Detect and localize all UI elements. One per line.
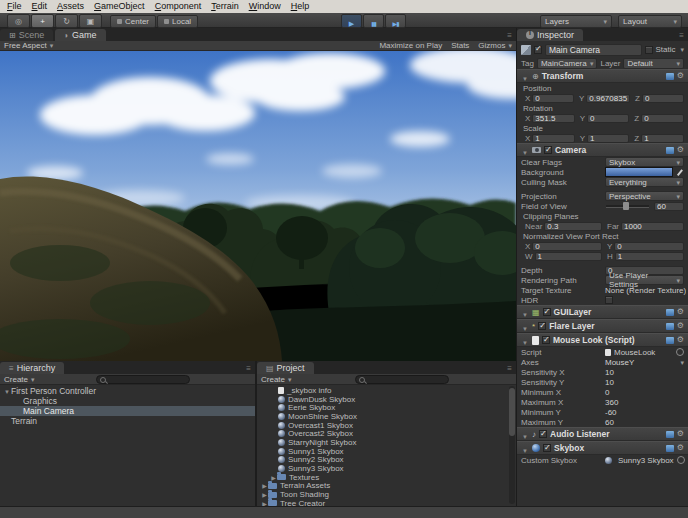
- component-header-guilayer[interactable]: ▦GUILayer⚙: [517, 305, 688, 319]
- property-dropdown[interactable]: Everything: [605, 177, 684, 187]
- property-value[interactable]: 60: [605, 418, 684, 427]
- component-header-flare-layer[interactable]: *Flare Layer⚙: [517, 319, 688, 333]
- component-enabled-checkbox[interactable]: [542, 336, 550, 344]
- tab-inspector[interactable]: Inspector: [517, 29, 583, 41]
- color-swatch[interactable]: [605, 167, 673, 177]
- gameobject-name-field[interactable]: Main Camera: [545, 44, 642, 56]
- help-icon[interactable]: [666, 323, 674, 330]
- gear-icon[interactable]: ⚙: [677, 430, 684, 438]
- tab-hierarchy[interactable]: ≡ Hierarchy: [0, 362, 64, 374]
- help-icon[interactable]: [666, 445, 674, 452]
- axis-field[interactable]: 0: [532, 242, 602, 251]
- gear-icon[interactable]: ⚙: [677, 146, 684, 154]
- component-header-camera[interactable]: Camera⚙: [517, 143, 688, 157]
- project-item-overcast2-skybox[interactable]: Overcast2 Skybox: [257, 429, 516, 438]
- game-viewport[interactable]: [0, 51, 516, 361]
- pivot-center-button[interactable]: Center: [110, 15, 156, 28]
- menu-edit[interactable]: Edit: [27, 0, 53, 13]
- pause-button[interactable]: [363, 14, 384, 28]
- pair-field[interactable]: 0.3: [544, 222, 602, 231]
- component-enabled-checkbox[interactable]: [544, 146, 552, 154]
- scale-tool-button[interactable]: ▣: [79, 14, 102, 28]
- help-icon[interactable]: [666, 147, 674, 154]
- panel-menu-icon[interactable]: ≡: [679, 31, 684, 40]
- property-value[interactable]: 360: [605, 398, 684, 407]
- maximize-on-play-button[interactable]: Maximize on Play: [379, 41, 442, 50]
- panel-menu-icon[interactable]: ≡: [507, 364, 512, 373]
- slider-value-field[interactable]: 60: [654, 202, 684, 211]
- axis-field[interactable]: 0: [614, 242, 684, 251]
- gear-icon[interactable]: ⚙: [677, 322, 684, 330]
- object-field[interactable]: MouseLook: [605, 348, 684, 357]
- project-item-terrain-assets[interactable]: Terrain Assets: [257, 482, 516, 491]
- component-enabled-checkbox[interactable]: [538, 322, 546, 330]
- menu-assets[interactable]: Assets: [52, 0, 89, 13]
- layout-dropdown[interactable]: Layout: [618, 15, 682, 28]
- menu-help[interactable]: Help: [286, 0, 315, 13]
- pair-field[interactable]: 1000: [621, 222, 684, 231]
- tab-game[interactable]: ◗ Game: [55, 29, 105, 41]
- object-field[interactable]: Sunny3 Skybox: [605, 456, 685, 465]
- project-item-overcast1-skybox[interactable]: Overcast1 Skybox: [257, 421, 516, 430]
- object-picker-icon[interactable]: [676, 348, 684, 356]
- project-item-tree-creator[interactable]: Tree Creator: [257, 499, 516, 506]
- hierarchy-search-input[interactable]: [96, 375, 190, 384]
- property-value[interactable]: -60: [605, 408, 684, 417]
- project-item-sunny1-skybox[interactable]: Sunny1 Skybox: [257, 447, 516, 456]
- component-header-transform[interactable]: ⊕Transform⚙: [517, 69, 688, 83]
- foldout-icon[interactable]: [521, 331, 529, 349]
- project-item-moonshine-skybox[interactable]: MoonShine Skybox: [257, 412, 516, 421]
- hierarchy-item-main-camera[interactable]: Main Camera: [0, 406, 255, 416]
- object-field[interactable]: None (Render Texture): [605, 286, 688, 295]
- panel-menu-icon[interactable]: ≡: [246, 364, 251, 373]
- gear-icon[interactable]: ⚙: [677, 444, 684, 452]
- help-icon[interactable]: [666, 337, 674, 344]
- axis-field[interactable]: 0: [642, 94, 684, 103]
- aspect-dropdown[interactable]: Free Aspect: [4, 41, 53, 50]
- axis-field[interactable]: 0: [587, 114, 629, 123]
- foldout-icon[interactable]: [521, 67, 529, 85]
- eyedropper-icon[interactable]: [675, 168, 684, 177]
- project-scrollbar[interactable]: [509, 386, 515, 504]
- stats-button[interactable]: Stats: [451, 41, 469, 50]
- axis-field[interactable]: 0.9670835: [586, 94, 630, 103]
- menu-component[interactable]: Component: [150, 0, 207, 13]
- axis-field[interactable]: 0: [641, 114, 684, 123]
- tab-scene[interactable]: ⊞ Scene: [0, 29, 53, 41]
- tag-dropdown[interactable]: MainCamera: [537, 58, 598, 69]
- project-search-input[interactable]: [355, 375, 449, 384]
- property-value[interactable]: 10: [605, 378, 684, 387]
- component-header-audio-listener[interactable]: ♪Audio Listener⚙: [517, 427, 688, 441]
- menu-file[interactable]: File: [2, 0, 27, 13]
- static-dropdown[interactable]: Static: [645, 45, 684, 54]
- project-item-skybox-info[interactable]: _skybox info: [257, 386, 516, 395]
- property-dropdown[interactable]: Perspective: [605, 191, 684, 201]
- axis-field[interactable]: 1: [615, 252, 684, 261]
- chevron-down-icon[interactable]: [677, 358, 684, 367]
- slider-track[interactable]: [606, 205, 649, 208]
- rotate-tool-button[interactable]: ↻: [55, 14, 78, 28]
- axis-field[interactable]: 1: [641, 134, 684, 143]
- property-value[interactable]: 10: [605, 368, 684, 377]
- project-item-textures[interactable]: Textures: [257, 473, 516, 482]
- hierarchy-item-terrain[interactable]: Terrain: [0, 416, 255, 426]
- project-item-sunny3-skybox[interactable]: Sunny3 Skybox: [257, 464, 516, 473]
- panel-menu-icon[interactable]: ≡: [507, 31, 512, 40]
- project-create-button[interactable]: Create: [261, 375, 292, 384]
- property-value[interactable]: 0: [605, 388, 684, 397]
- foldout-icon[interactable]: [261, 499, 268, 506]
- gear-icon[interactable]: ⚙: [677, 308, 684, 316]
- play-button[interactable]: [341, 14, 362, 28]
- hierarchy-item-first-person-controller[interactable]: First Person Controller: [0, 386, 255, 396]
- project-item-dawndusk-skybox[interactable]: DawnDusk Skybox: [257, 395, 516, 404]
- foldout-icon[interactable]: [261, 481, 268, 490]
- slider-handle[interactable]: [623, 202, 629, 210]
- property-checkbox[interactable]: [605, 296, 613, 304]
- menu-window[interactable]: Window: [244, 0, 286, 13]
- foldout-icon[interactable]: [3, 386, 11, 396]
- hierarchy-create-button[interactable]: Create: [4, 375, 35, 384]
- pivot-local-button[interactable]: Local: [157, 15, 198, 28]
- axis-field[interactable]: 351.5: [532, 114, 574, 123]
- project-item-toon-shading[interactable]: Toon Shading: [257, 490, 516, 499]
- object-picker-icon[interactable]: [677, 456, 685, 464]
